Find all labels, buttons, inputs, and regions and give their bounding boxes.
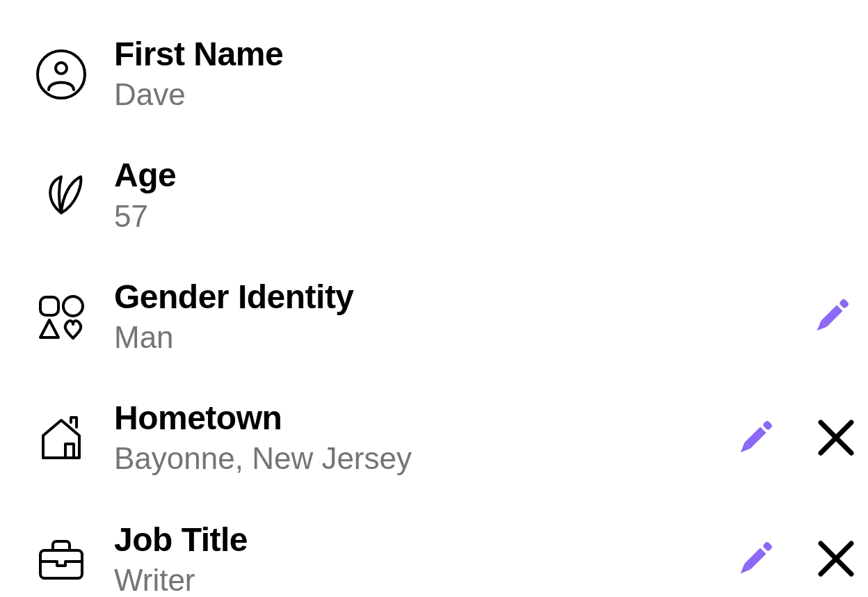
svg-rect-5 xyxy=(821,305,842,327)
edit-button[interactable] xyxy=(730,413,780,465)
row-text: First Name Dave xyxy=(114,35,830,114)
svg-point-1 xyxy=(56,63,67,74)
field-label: Gender Identity xyxy=(114,278,780,316)
pencil-icon xyxy=(807,291,857,343)
profile-row-age: Age 57 xyxy=(35,156,858,235)
house-icon xyxy=(35,412,88,465)
svg-rect-2 xyxy=(40,297,58,315)
field-label: Age xyxy=(114,156,830,194)
field-value: 57 xyxy=(114,196,830,236)
row-text: Gender Identity Man xyxy=(114,278,780,357)
svg-rect-12 xyxy=(744,548,766,570)
remove-button[interactable] xyxy=(815,417,857,461)
svg-rect-11 xyxy=(762,541,773,552)
row-text: Age 57 xyxy=(114,156,830,235)
field-label: Hometown xyxy=(114,399,704,437)
pencil-icon xyxy=(730,413,780,465)
profile-row-gender-identity: Gender Identity Man xyxy=(35,278,858,357)
profile-row-job-title: Job Title Writer xyxy=(35,520,858,598)
row-text: Hometown Bayonne, New Jersey xyxy=(114,399,704,478)
svg-rect-7 xyxy=(744,427,766,448)
svg-rect-6 xyxy=(762,420,773,431)
close-icon xyxy=(815,538,857,582)
briefcase-icon xyxy=(35,534,88,587)
leaf-icon xyxy=(35,170,88,223)
shapes-icon xyxy=(35,291,88,344)
field-value: Dave xyxy=(114,74,830,114)
field-value: Writer xyxy=(114,560,704,597)
profile-details-list: First Name Dave Age 57 G xyxy=(35,35,858,597)
field-value: Bayonne, New Jersey xyxy=(114,438,704,478)
field-label: Job Title xyxy=(114,520,704,559)
edit-button[interactable] xyxy=(730,534,780,586)
profile-row-first-name: First Name Dave xyxy=(35,35,858,114)
close-icon xyxy=(815,417,857,461)
profile-row-hometown: Hometown Bayonne, New Jersey xyxy=(35,399,858,478)
field-value: Man xyxy=(114,317,780,357)
row-actions xyxy=(730,413,857,465)
pencil-icon xyxy=(730,534,780,586)
field-label: First Name xyxy=(114,35,830,73)
row-text: Job Title Writer xyxy=(114,520,704,598)
svg-point-3 xyxy=(63,296,83,316)
row-actions xyxy=(807,291,857,343)
remove-button[interactable] xyxy=(815,538,857,582)
svg-rect-4 xyxy=(839,298,850,310)
row-actions xyxy=(730,534,857,586)
edit-button[interactable] xyxy=(807,291,857,343)
person-icon xyxy=(35,48,88,101)
